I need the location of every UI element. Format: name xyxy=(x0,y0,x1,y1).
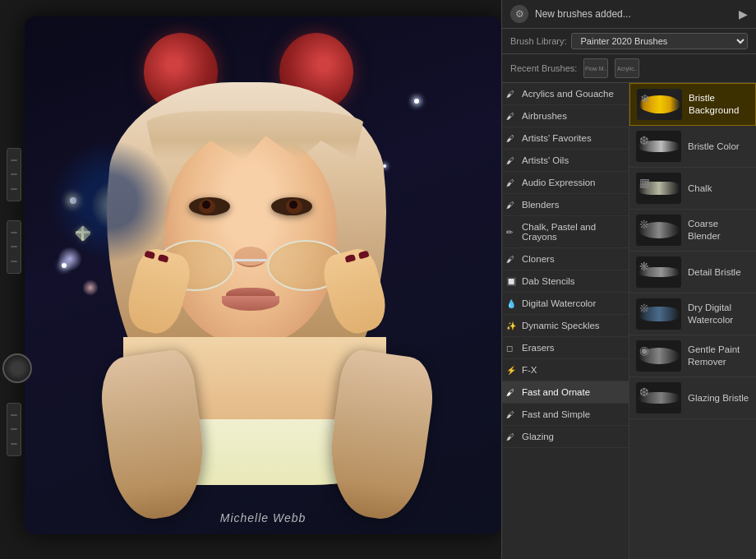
brush-name-gentle-paint-remover: Gentle Paint Remover xyxy=(688,344,749,368)
canvas-artwork: Michelle Webb xyxy=(25,16,501,534)
eye-right xyxy=(271,197,312,215)
category-cloners[interactable]: 🖌 Cloners xyxy=(502,248,629,270)
brush-glazing-bristle[interactable]: ❆ Glazing Bristle xyxy=(629,377,756,419)
artist-name: Michelle Webb xyxy=(220,511,307,524)
recent-brushes-row: Recent Brushes: Flow M.. Acrylic.. xyxy=(502,54,756,83)
brush-thumb-chalk: ▦ xyxy=(636,173,681,204)
brush-categories: 🖌 Acrylics and Gouache 🖌 Airbrushes 🖌 Ar… xyxy=(502,83,629,559)
gear-button[interactable]: ⚙ xyxy=(510,5,528,23)
new-brushes-bar: ⚙ New brushes added... ▶ xyxy=(502,0,756,29)
recent-brushes-label: Recent Brushes: xyxy=(510,63,577,73)
category-fx[interactable]: ⚡ F-X xyxy=(502,359,629,381)
category-blenders[interactable]: 🖌 Blenders xyxy=(502,194,629,216)
brush-coarse-blender[interactable]: ❊ Coarse Blender xyxy=(629,210,756,252)
category-glazing[interactable]: 🖌 Glazing xyxy=(502,426,629,448)
brush-bristle-color[interactable]: ❆ Bristle Color xyxy=(629,126,756,168)
brush-list: ❄ Bristle Background ❆ Bristle Color ▦ C… xyxy=(629,83,756,559)
blue-bg-circle xyxy=(49,140,173,263)
category-fast-and-simple[interactable]: 🖌 Fast and Simple xyxy=(502,404,629,426)
left-controls xyxy=(7,148,25,274)
brush-dry-digital-watercolor[interactable]: ❊ Dry Digital Watercolor xyxy=(629,293,756,335)
brush-gentle-paint-remover[interactable]: ◉ Gentle Paint Remover xyxy=(629,335,756,377)
control-strip-1[interactable] xyxy=(7,148,21,201)
brush-bristle-background[interactable]: ❄ Bristle Background xyxy=(629,83,756,126)
brush-detail-bristle[interactable]: ❋ Detail Bristle xyxy=(629,252,756,293)
recent-brush-1[interactable]: Flow M.. xyxy=(583,58,608,78)
brush-library-label: Brush Library: xyxy=(510,36,566,46)
brush-library-select[interactable]: Painter 2020 Brushes xyxy=(571,33,748,49)
brush-thumb-dry-digital-watercolor: ❊ xyxy=(636,298,681,330)
brush-thumb-gentle-paint-remover: ◉ xyxy=(636,340,681,372)
brush-thumb-glazing-bristle: ❆ xyxy=(636,382,681,413)
category-erasers[interactable]: ◻ Erasers xyxy=(502,337,629,359)
brush-thumb-detail-bristle: ❋ xyxy=(636,256,681,288)
category-fast-and-ornate[interactable]: 🖌 Fast and Ornate xyxy=(502,381,629,404)
brush-thumb-bristle-color: ❆ xyxy=(636,131,681,162)
brush-name-dry-digital-watercolor: Dry Digital Watercolor xyxy=(688,302,749,326)
category-artists-oils[interactable]: 🖌 Artists' Oils xyxy=(502,150,629,172)
new-brushes-label: New brushes added... xyxy=(535,8,732,20)
brush-name-bristle-color: Bristle Color xyxy=(688,141,740,153)
recent-brush-2[interactable]: Acrylic.. xyxy=(615,58,639,78)
brush-library-row: Brush Library: Painter 2020 Brushes xyxy=(502,29,756,54)
brush-thumb-coarse-blender: ❊ xyxy=(636,215,681,246)
canvas-area[interactable]: Michelle Webb xyxy=(25,16,501,534)
category-artists-favorites[interactable]: 🖌 Artists' Favorites xyxy=(502,127,629,150)
sparkle-small-2 xyxy=(62,263,67,268)
category-dab-stencils[interactable]: 🔲 Dab Stencils xyxy=(502,270,629,293)
category-audio-expression[interactable]: 🖌 Audio Expression xyxy=(502,172,629,194)
brush-name-bristle-background: Bristle Background xyxy=(689,92,749,117)
brush-name-chalk: Chalk xyxy=(688,182,712,195)
light-orb-3 xyxy=(82,280,99,296)
category-airbrushes[interactable]: 🖌 Airbrushes xyxy=(502,105,629,127)
control-strip-2[interactable] xyxy=(7,220,21,274)
brush-thumb-bristle-background: ❄ xyxy=(637,89,682,120)
category-dynamic-speckles[interactable]: ✨ Dynamic Speckles xyxy=(502,315,629,337)
eye-left xyxy=(189,197,230,215)
arrow-icon[interactable]: ▶ xyxy=(739,7,748,21)
control-wheel[interactable] xyxy=(2,353,32,383)
star-1 xyxy=(414,99,419,104)
content-area: 🖌 Acrylics and Gouache 🖌 Airbrushes 🖌 Ar… xyxy=(502,83,756,559)
brush-name-glazing-bristle: Glazing Bristle xyxy=(688,392,749,404)
brush-name-detail-bristle: Detail Bristle xyxy=(688,266,741,279)
category-chalk-pastel[interactable]: ✏ Chalk, Pastel and Crayons xyxy=(502,216,629,248)
category-digital-watercolor[interactable]: 💧 Digital Watercolor xyxy=(502,293,629,315)
control-strip-3[interactable] xyxy=(7,403,21,456)
category-acrylics[interactable]: 🖌 Acrylics and Gouache xyxy=(502,83,629,105)
right-panel: ⚙ New brushes added... ▶ Brush Library: … xyxy=(501,0,756,559)
brush-chalk[interactable]: ▦ Chalk xyxy=(629,168,756,210)
brush-name-coarse-blender: Coarse Blender xyxy=(688,218,749,243)
